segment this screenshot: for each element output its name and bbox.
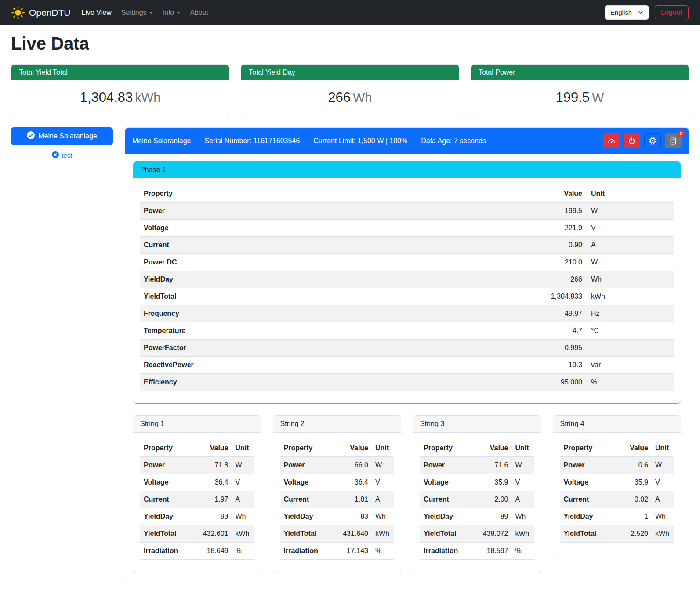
value-cell: 432.601 <box>197 525 232 543</box>
value-header: Value <box>477 440 512 457</box>
value-cell: 221.9 <box>526 220 586 237</box>
table-header-row: Property Value Unit <box>560 440 674 457</box>
value-cell: 17.143 <box>337 543 372 560</box>
string-body: Property Value Unit Power 66.0 W <box>273 433 401 573</box>
property-cell: Power <box>420 457 477 474</box>
unit-cell: V <box>512 474 534 491</box>
string-4-card: String 4 Property Value Unit <box>553 415 682 556</box>
property-cell: YieldDay <box>420 508 477 525</box>
unit-cell: Wh <box>232 508 254 525</box>
value-cell: 18.597 <box>477 543 512 560</box>
card-value-row: 199.5W <box>471 80 689 116</box>
event-count-badge: 2 <box>678 130 685 137</box>
property-cell: Frequency <box>140 305 526 322</box>
nav-settings[interactable]: Settings <box>116 5 158 20</box>
value-cell: 71.6 <box>477 457 512 474</box>
property-cell: Current <box>140 491 197 508</box>
unit-cell: A <box>232 491 254 508</box>
inverter-select-label: Meine Solaranlage <box>38 132 97 140</box>
inverter-panel-header: Meine Solaranlage Serial Number: 1161716… <box>125 128 689 154</box>
property-cell: Power DC <box>140 254 526 271</box>
unit-cell: A <box>652 491 674 508</box>
table-head: Property Value Unit <box>140 440 254 457</box>
table-row: Power DC 210.0 W <box>140 254 674 271</box>
value-cell: 49.97 <box>526 305 586 322</box>
event-log-button[interactable]: 2 <box>665 133 682 148</box>
inverter-test-link[interactable]: test <box>11 151 113 159</box>
check-circle-icon <box>27 131 35 141</box>
limit-settings-button[interactable] <box>603 133 620 148</box>
string-table: Property Value Unit Power 71.6 W <box>420 440 534 560</box>
panel-actions: 2 <box>603 133 682 148</box>
top-navbar: OpenDTU Live View Settings Info About En… <box>0 0 700 25</box>
table-row: YieldDay 1 Wh <box>560 508 674 525</box>
property-cell: ReactivePower <box>140 357 526 374</box>
string-body: Property Value Unit Power 71.8 W <box>133 433 261 573</box>
property-cell: Voltage <box>280 474 337 491</box>
unit-cell: V <box>586 220 674 237</box>
nav-about[interactable]: About <box>185 5 213 20</box>
unit-cell: kWh <box>372 525 394 543</box>
table-row: Frequency 49.97 Hz <box>140 305 674 322</box>
property-cell: Voltage <box>140 220 526 237</box>
unit-header: Unit <box>652 440 674 457</box>
navbar-right: English Logout <box>605 5 689 20</box>
property-cell: Power <box>280 457 337 474</box>
x-circle-icon <box>52 151 59 159</box>
unit-cell: V <box>652 474 674 491</box>
value-cell: 0.02 <box>617 491 652 508</box>
brand[interactable]: OpenDTU <box>11 6 71 19</box>
language-select[interactable]: English <box>605 5 649 20</box>
table-row: Irradiation 18.649 % <box>140 543 254 560</box>
unit-header: Unit <box>512 440 534 457</box>
value-cell: 0.995 <box>526 340 586 357</box>
inverter-name: Meine Solaranlage <box>132 137 191 145</box>
unit-cell <box>586 340 674 357</box>
cpu-icon <box>649 137 657 145</box>
unit-cell: A <box>512 491 534 508</box>
string-table-body: Power 71.8 W Voltage 36.4 V Current <box>140 457 254 560</box>
string-body: Property Value Unit Power 0.6 W <box>553 433 681 556</box>
inverter-select-button[interactable]: Meine Solaranlage <box>11 127 113 145</box>
property-cell: YieldDay <box>560 508 617 525</box>
nav-live-view[interactable]: Live View <box>77 5 116 20</box>
unit-cell: W <box>232 457 254 474</box>
value-cell: 36.4 <box>337 474 372 491</box>
sun-logo-icon <box>11 6 25 19</box>
property-cell: Temperature <box>140 322 526 340</box>
logout-button[interactable]: Logout <box>655 5 689 20</box>
chevron-down-icon <box>149 12 153 14</box>
table-row: Voltage 35.9 V <box>420 474 534 491</box>
property-header: Property <box>420 440 477 457</box>
table-header-row: Property Value Unit <box>280 440 394 457</box>
table-row: Current 1.97 A <box>140 491 254 508</box>
unit-cell: A <box>372 491 394 508</box>
table-row: Voltage 221.9 V <box>140 220 674 237</box>
total-yield-day-card: Total Yield Day 266Wh <box>241 64 459 116</box>
property-cell: Voltage <box>560 474 617 491</box>
property-header: Property <box>140 440 197 457</box>
string-table-body: Power 0.6 W Voltage 35.9 V Current <box>560 457 674 543</box>
string-table: Property Value Unit Power 0.6 W <box>560 440 674 543</box>
property-cell: YieldDay <box>280 508 337 525</box>
chevron-down-icon <box>177 12 180 14</box>
gauge-icon <box>607 137 616 145</box>
unit-cell: V <box>372 474 394 491</box>
property-cell: Efficiency <box>140 374 526 391</box>
table-row: YieldDay 83 Wh <box>280 508 394 525</box>
table-header-row: Property Value Unit <box>140 185 674 203</box>
card-unit: W <box>592 90 604 105</box>
power-button[interactable] <box>624 133 640 148</box>
property-cell: Power <box>140 203 526 220</box>
table-row: YieldTotal 438.072 kWh <box>420 525 534 543</box>
value-cell: 95.000 <box>526 374 586 391</box>
nav-info[interactable]: Info <box>158 5 185 20</box>
table-row: Voltage 35.9 V <box>560 474 674 491</box>
inverter-sidebar: Meine Solaranlage test <box>11 127 113 159</box>
property-cell: YieldDay <box>140 508 197 525</box>
device-info-button[interactable] <box>644 133 661 148</box>
value-cell: 36.4 <box>197 474 232 491</box>
value-cell: 19.3 <box>526 357 586 374</box>
table-row: ReactivePower 19.3 var <box>140 357 674 374</box>
string-title: String 4 <box>553 416 681 433</box>
